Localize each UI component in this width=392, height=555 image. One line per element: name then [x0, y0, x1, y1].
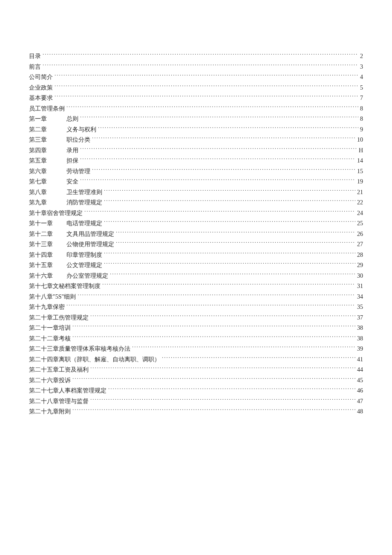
toc-entry-title: 印章管理制度	[66, 250, 102, 261]
toc-leader-dots	[92, 167, 355, 173]
toc-leader-dots	[66, 105, 358, 110]
toc-entry-page: 45	[357, 375, 363, 386]
toc-entry[interactable]: 第八章卫生管理准则21	[29, 187, 363, 198]
toc-entry-page: 47	[357, 396, 363, 407]
toc-entry-title: 录用	[66, 145, 78, 156]
toc-entry-title: 第二十章工伤管理规定	[29, 313, 89, 323]
toc-leader-dots	[102, 282, 355, 288]
toc-entry-title: 第二十二章考核	[29, 334, 71, 344]
toc-leader-dots	[43, 63, 358, 69]
toc-entry-page: 21	[357, 187, 363, 198]
toc-entry-title: 担保	[66, 156, 78, 166]
toc-entry-page: 3	[360, 62, 363, 73]
toc-leader-dots	[104, 251, 355, 257]
toc-entry[interactable]: 员工管理条例8	[29, 104, 363, 114]
toc-leader-dots	[66, 303, 355, 309]
toc-entry[interactable]: 公司简介4	[29, 72, 363, 83]
toc-entry-title: 义务与权利	[66, 125, 96, 135]
toc-entry-title: 第十章宿舍管理规定	[29, 208, 83, 219]
toc-entry-title: 安全	[66, 177, 78, 187]
toc-entry-page: 27	[357, 239, 363, 250]
toc-leader-dots	[72, 324, 355, 330]
toc-entry-page: 35	[357, 302, 363, 313]
toc-entry-page: 8	[360, 104, 363, 114]
toc-entry-chapter: 第十四章	[29, 250, 66, 261]
toc-entry-page: 31	[357, 281, 363, 292]
toc-entry[interactable]: 第十五章公文管理规定29	[29, 260, 363, 271]
toc-entry[interactable]: 第二十五章工资及福利44	[29, 365, 363, 375]
toc-entry[interactable]: 第二十一章培训38	[29, 323, 363, 334]
toc-entry-title: 卫生管理准则	[66, 187, 102, 198]
toc-entry-page: 48	[357, 407, 363, 417]
toc-entry[interactable]: 第十二章文具用品管理规定26	[29, 229, 363, 240]
toc-entry[interactable]: 第七章安全19	[29, 177, 363, 187]
toc-entry-page: 37	[357, 313, 363, 323]
toc-entry-chapter: 第七章	[29, 177, 66, 187]
toc-entry-title: 公文管理规定	[66, 260, 102, 271]
toc-entry[interactable]: 第十四章印章管理制度28	[29, 250, 363, 261]
toc-entry[interactable]: 第二十九章附则48	[29, 407, 363, 417]
toc-entry-chapter: 第十六章	[29, 271, 66, 282]
toc-entry-title: 第二十八章管理与监督	[29, 396, 89, 407]
toc-entry-page: 8	[360, 114, 363, 125]
toc-entry[interactable]: 第十一章电话管理规定25	[29, 218, 363, 229]
toc-entry[interactable]: 前言3	[29, 62, 363, 73]
toc-entry-page: 30	[357, 271, 363, 282]
toc-leader-dots	[78, 293, 355, 299]
toc-entry[interactable]: 企业政策5	[29, 83, 363, 93]
toc-entry[interactable]: 第十三章公物使用管理规定27	[29, 239, 363, 250]
toc-leader-dots	[80, 146, 357, 152]
toc-entry-chapter: 第二章	[29, 125, 66, 135]
toc-entry-chapter: 第十二章	[29, 229, 66, 240]
toc-entry[interactable]: 第二十七章人事档案管理规定46	[29, 386, 363, 396]
toc-entry[interactable]: 第五章担保14	[29, 156, 363, 166]
toc-leader-dots	[162, 355, 355, 361]
toc-entry[interactable]: 第二十四章离职（辞职、解雇、自动离职、调职）41	[29, 355, 363, 365]
toc-entry-title: 职位分类	[66, 135, 90, 145]
toc-entry-chapter: 第八章	[29, 187, 66, 198]
toc-entry-page: 14	[357, 156, 363, 166]
toc-entry[interactable]: 第十七章文秘档案管理制度31	[29, 281, 363, 292]
toc-entry-title: 公物使用管理规定	[66, 239, 114, 250]
toc-entry-page: 5	[360, 83, 363, 93]
toc-entry[interactable]: 第一章总则8	[29, 114, 363, 125]
toc-entry-chapter: 第六章	[29, 166, 66, 177]
toc-entry-title: 第二十三章质量管理体系审核考核办法	[29, 344, 130, 355]
toc-entry[interactable]: 第十六章办公室管理规定30	[29, 271, 363, 282]
toc-leader-dots	[55, 73, 358, 79]
toc-entry-page: 41	[357, 355, 363, 365]
toc-leader-dots	[84, 209, 355, 215]
toc-entry-title: 基本要求	[29, 93, 53, 104]
toc-entry-chapter: 第十三章	[29, 239, 66, 250]
toc-entry-title: 第十九章保密	[29, 302, 65, 313]
toc-entry-page: 10	[357, 135, 363, 145]
toc-entry[interactable]: 第十章宿舍管理规定24	[29, 208, 363, 219]
toc-entry[interactable]: 第十八章"5S"细则34	[29, 292, 363, 302]
toc-entry[interactable]: 第二十八章管理与监督47	[29, 396, 363, 407]
toc-entry[interactable]: 第二十二章考核38	[29, 334, 363, 344]
toc-entry-chapter: 第三章	[29, 135, 66, 145]
toc-entry[interactable]: 第三章职位分类10	[29, 135, 363, 145]
toc-entry-page: 24	[357, 208, 363, 219]
toc-entry[interactable]: 第二十六章投诉45	[29, 375, 363, 386]
toc-leader-dots	[80, 115, 358, 121]
toc-entry-page: 19	[357, 177, 363, 187]
toc-entry-title: 员工管理条例	[29, 104, 65, 114]
toc-entry[interactable]: 第六章劳动管理15	[29, 166, 363, 177]
toc-entry-title: 第十七章文秘档案管理制度	[29, 281, 101, 292]
toc-entry[interactable]: 目录2	[29, 51, 363, 62]
toc-entry-title: 第二十一章培训	[29, 323, 71, 334]
toc-entry-page: 15	[357, 166, 363, 177]
toc-entry[interactable]: 第九章消防管理规定22	[29, 198, 363, 208]
toc-leader-dots	[92, 136, 355, 142]
toc-leader-dots	[104, 219, 355, 225]
toc-entry[interactable]: 第二十三章质量管理体系审核考核办法39	[29, 344, 363, 355]
toc-entry[interactable]: 基本要求7	[29, 93, 363, 104]
toc-leader-dots	[72, 407, 355, 413]
toc-entry[interactable]: 第四章录用H	[29, 145, 363, 156]
toc-entry[interactable]: 第二章义务与权利9	[29, 125, 363, 135]
toc-entry-page: 34	[357, 292, 363, 302]
toc-entry[interactable]: 第二十章工伤管理规定37	[29, 313, 363, 323]
toc-entry[interactable]: 第十九章保密35	[29, 302, 363, 313]
toc-entry-page: 29	[357, 260, 363, 271]
